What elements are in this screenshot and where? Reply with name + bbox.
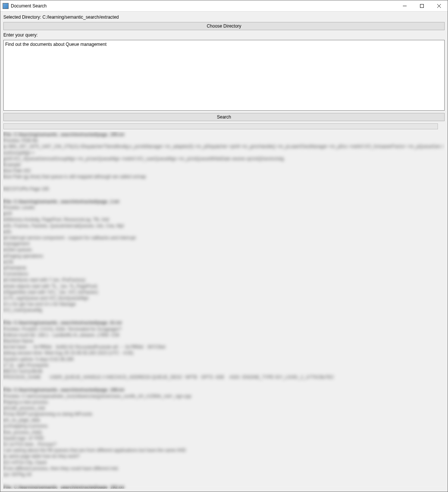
result-body: Preview: PDB file ip i960_267_1875_1407_… <box>3 138 445 192</box>
result-title: File: C:/learning/semantic_search/extrac… <box>3 132 445 138</box>
result-title: File: C:/learning/semantic_search/extrac… <box>3 484 445 489</box>
result-block: File: C:/learning/semantic_search/extrac… <box>3 484 445 489</box>
result-body: Preview: Prod(ID: CXXX), EdId. Terminate… <box>3 326 445 381</box>
window-title: Document Search <box>11 3 47 9</box>
search-button[interactable]: Search <box>3 113 445 121</box>
result-title: File: C:/learning/semantic_search/extrac… <box>3 199 445 205</box>
result-body: Preview: Levels pInfi wMemory Anstwig, P… <box>3 205 445 313</box>
maximize-icon <box>420 4 424 8</box>
maximize-button[interactable] <box>413 0 430 11</box>
close-icon <box>437 4 441 8</box>
progress-bar <box>3 123 438 129</box>
result-body: Preview: C:\win\companal\wkn_lzxr(nibwer… <box>3 393 445 478</box>
query-label: Enter your query: <box>3 32 445 38</box>
minimize-icon <box>403 4 407 8</box>
result-title: File: C:/learning/semantic_search/extrac… <box>3 320 445 326</box>
app-icon <box>3 3 9 9</box>
client-area: Selected Directory: C:/learning/semantic… <box>0 12 448 492</box>
selected-directory-label: Selected Directory: C:/learning/semantic… <box>3 15 445 20</box>
result-title: File: C:/learning/semantic_search/extrac… <box>3 387 445 393</box>
choose-directory-button[interactable]: Choose Directory <box>3 22 445 30</box>
titlebar: Document Search <box>0 0 448 12</box>
app-window: Document Search Selected Directory: C:/l… <box>0 0 448 492</box>
results-area: File: C:/learning/semantic_search/extrac… <box>3 132 445 489</box>
result-block: File: C:/learning/semantic_search/extrac… <box>3 387 445 477</box>
result-block: File: C:/learning/semantic_search/extrac… <box>3 199 445 313</box>
svg-rect-1 <box>420 4 424 7</box>
selected-directory-path: C:/learning/semantic_search/extracted <box>43 15 119 20</box>
selected-directory-prefix: Selected Directory: <box>3 15 43 20</box>
query-input[interactable]: Find out the documents about Queue manag… <box>3 40 445 111</box>
result-block: File: C:/learning/semantic_search/extrac… <box>3 320 445 380</box>
minimize-button[interactable] <box>396 0 413 11</box>
result-block: File: C:/learning/semantic_search/extrac… <box>3 132 445 192</box>
close-button[interactable] <box>430 0 448 11</box>
